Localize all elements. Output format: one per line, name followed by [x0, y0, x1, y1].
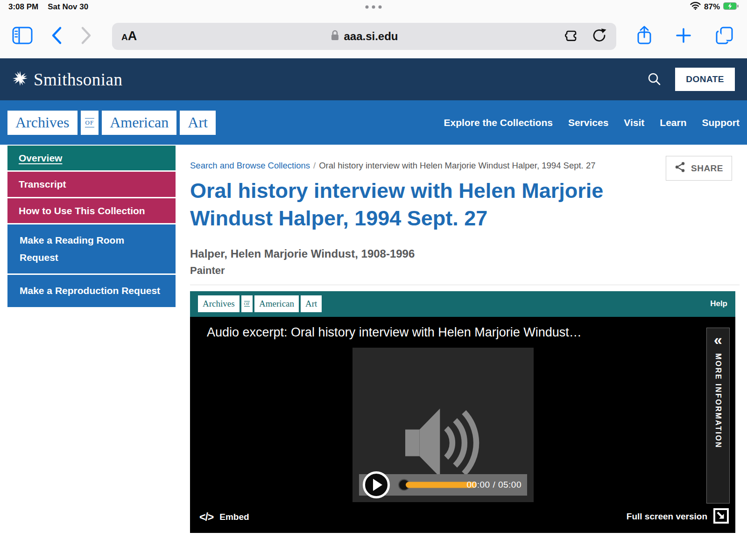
player-help-link[interactable]: Help: [710, 299, 727, 308]
main-column: Search and Browse Collections/Oral histo…: [190, 145, 740, 533]
share-nodes-icon: [675, 161, 686, 175]
reader-options-button[interactable]: AA: [121, 29, 137, 43]
play-button[interactable]: [363, 471, 390, 498]
more-information-panel[interactable]: « MORE INFORMATION: [706, 328, 730, 504]
page-content: Overview Transcript How to Use This Coll…: [0, 145, 747, 560]
smithsonian-logo[interactable]: Smithsonian: [12, 70, 123, 90]
creator-name: Halper, Helen Marjorie Windust, 1908-199…: [190, 247, 740, 260]
new-tab-button[interactable]: [675, 27, 692, 45]
battery-percent: 87%: [704, 2, 720, 12]
tab-overview-button[interactable]: [714, 25, 735, 47]
browser-toolbar: AA aaa.si.edu: [0, 14, 747, 58]
aaa-logo[interactable]: Archives OF American Art: [7, 111, 216, 135]
seek-progress-bar[interactable]: [406, 482, 477, 488]
collection-side-nav: Overview Transcript How to Use This Coll…: [7, 146, 176, 307]
time-display: 00:00 / 05:00: [467, 480, 521, 490]
sidebar-item-overview[interactable]: Overview: [7, 146, 176, 170]
breadcrumb-separator: /: [313, 161, 316, 170]
nav-services[interactable]: Services: [568, 117, 608, 128]
embed-label: Embed: [219, 512, 249, 522]
sidebar-item-reading-room-request[interactable]: Make a Reading Room Request: [7, 224, 176, 274]
play-icon: [373, 479, 382, 491]
aaa-logo-archives: Archives: [7, 111, 78, 135]
search-button[interactable]: [647, 72, 661, 87]
wifi-icon: [690, 2, 701, 12]
address-bar[interactable]: AA aaa.si.edu: [112, 23, 616, 50]
sunburst-icon: [12, 70, 28, 88]
reader-a-small: A: [121, 32, 128, 42]
embed-button[interactable]: </> Embed: [199, 511, 249, 524]
forward-button[interactable]: [80, 26, 92, 46]
fullscreen-icon: [713, 508, 729, 525]
reload-button[interactable]: [592, 28, 607, 45]
speaker-icon: [405, 403, 481, 485]
audio-media-area: 00:00 / 05:00: [352, 348, 534, 502]
back-button[interactable]: [50, 26, 63, 46]
sidebar-item-how-to-use[interactable]: How to Use This Collection: [7, 198, 176, 223]
player-header: Archives OF American Art Help: [190, 291, 735, 317]
player-body: Audio excerpt: Oral history interview wi…: [190, 317, 735, 533]
page-title: Oral history interview with Helen Marjor…: [190, 177, 662, 232]
nav-explore-collections[interactable]: Explore the Collections: [444, 117, 553, 128]
player-logo-of: OF: [241, 295, 253, 312]
share-icon: [636, 25, 653, 47]
lock-icon: [330, 29, 339, 43]
playback-controls: 00:00 / 05:00: [359, 474, 527, 496]
nav-support[interactable]: Support: [702, 117, 740, 128]
multitask-dots-icon[interactable]: [366, 6, 382, 9]
player-aaa-logo[interactable]: Archives OF American Art: [198, 295, 322, 312]
aaa-nav-bar: Archives OF American Art Explore the Col…: [0, 100, 747, 145]
chevron-right-icon: [80, 26, 92, 46]
player-logo-archives: Archives: [198, 295, 240, 312]
clock: 3:08 PM: [8, 2, 38, 12]
sidebar-item-transcript[interactable]: Transcript: [7, 172, 176, 196]
breadcrumb: Search and Browse Collections/Oral histo…: [190, 145, 657, 171]
audio-caption: Audio excerpt: Oral history interview wi…: [207, 325, 582, 340]
smithsonian-header: Smithsonian DONATE: [0, 58, 747, 100]
battery-charging-icon: [723, 2, 739, 12]
url-text: aaa.si.edu: [344, 30, 398, 43]
collapse-chevrons-icon: «: [714, 331, 722, 349]
aaa-logo-american: American: [102, 111, 176, 135]
more-information-label: MORE INFORMATION: [714, 353, 722, 448]
player-logo-art: Art: [301, 295, 322, 312]
tabs-icon: [714, 25, 735, 47]
creator-role: Painter: [190, 265, 740, 277]
divider: [190, 285, 740, 285]
fullscreen-label: Full screen version: [627, 511, 707, 522]
donate-button[interactable]: DONATE: [675, 68, 735, 91]
reader-a-big: A: [128, 29, 137, 43]
sidebar-item-reproduction-request[interactable]: Make a Reproduction Request: [7, 275, 176, 307]
share-label: SHARE: [691, 163, 723, 174]
extensions-puzzle-icon: [564, 28, 580, 44]
search-icon: [647, 72, 661, 87]
audio-player-embed: Archives OF American Art Help Audio exce…: [190, 291, 735, 533]
code-icon: </>: [199, 511, 213, 524]
primary-nav: Explore the Collections Services Visit L…: [444, 117, 740, 128]
extensions-button[interactable]: [564, 28, 580, 44]
smithsonian-wordmark: Smithsonian: [34, 70, 123, 90]
share-page-button[interactable]: [636, 25, 653, 47]
sidebar-toggle-button[interactable]: [12, 27, 33, 46]
status-bar: 3:08 PM Sat Nov 30 87%: [0, 0, 747, 14]
nav-learn[interactable]: Learn: [660, 117, 686, 128]
nav-visit[interactable]: Visit: [624, 117, 644, 128]
sidebar-toggle-icon: [12, 27, 33, 46]
fullscreen-button[interactable]: Full screen version: [627, 508, 729, 525]
breadcrumb-current: Oral history interview with Helen Marjor…: [319, 161, 595, 170]
reload-icon: [592, 28, 607, 45]
chevron-left-icon: [50, 26, 63, 46]
aaa-logo-of: OF: [81, 111, 99, 135]
breadcrumb-search-browse-link[interactable]: Search and Browse Collections: [190, 161, 310, 170]
player-logo-american: American: [254, 295, 299, 312]
aaa-logo-art: Art: [180, 111, 216, 135]
plus-icon: [675, 27, 692, 45]
share-button[interactable]: SHARE: [666, 156, 732, 181]
date: Sat Nov 30: [48, 2, 88, 12]
